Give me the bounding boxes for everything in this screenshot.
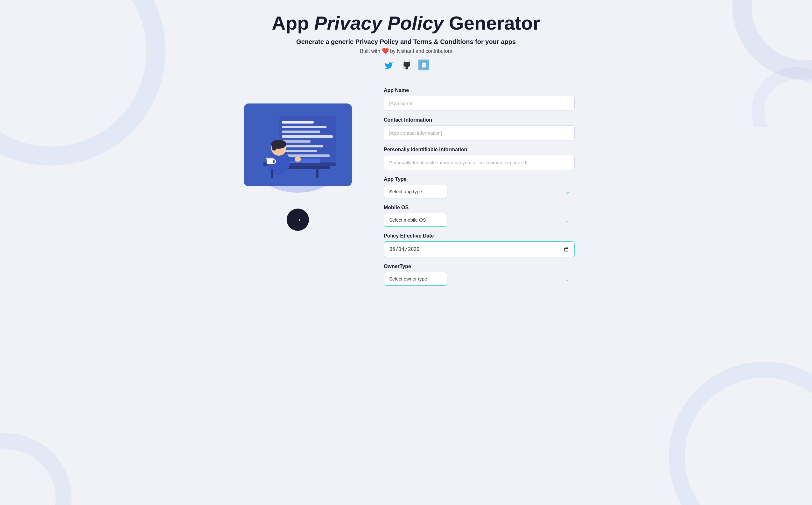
owner-type-group: OwnerType Select owner type Individual C… — [384, 264, 575, 286]
illustration-container — [237, 97, 358, 199]
svg-point-19 — [272, 144, 277, 151]
app-name-input[interactable] — [384, 96, 575, 111]
contact-info-label: Contact Information — [384, 117, 575, 123]
twitter-link[interactable] — [383, 59, 395, 72]
svg-point-0 — [742, 0, 812, 70]
github-link[interactable] — [400, 59, 413, 72]
app-type-select-wrapper: Select app type Web Mobile Desktop ⌄ — [384, 185, 575, 198]
form-section: App Name Contact Information Personally … — [384, 88, 575, 286]
page-header: App Privacy Policy Generator Generate a … — [202, 13, 610, 72]
policy-date-label: Policy Effective Date — [384, 233, 575, 239]
app-type-group: App Type Select app type Web Mobile Desk… — [384, 176, 575, 198]
mobile-os-select[interactable]: Select mobile OS Android iOS Both — [384, 213, 447, 227]
app-type-chevron-down-icon: ⌄ — [565, 188, 570, 195]
subtitle: Generate a generic Privacy Policy and Te… — [202, 38, 610, 45]
svg-rect-22 — [267, 158, 273, 164]
arrow-right-icon: → — [293, 215, 302, 225]
svg-rect-12 — [282, 154, 330, 157]
owner-type-select[interactable]: Select owner type Individual Company Org… — [384, 272, 447, 286]
pii-label: Personally Identifiable Information — [384, 147, 575, 153]
svg-point-1 — [758, 73, 812, 127]
policy-date-group: Policy Effective Date — [384, 233, 575, 257]
mobile-os-select-wrapper: Select mobile OS Android iOS Both ⌄ — [384, 213, 575, 227]
svg-rect-11 — [282, 150, 317, 152]
svg-rect-8 — [282, 135, 333, 138]
app-name-label: App Name — [384, 88, 575, 93]
next-button[interactable]: → — [287, 208, 309, 231]
contact-info-group: Contact Information — [384, 117, 575, 140]
svg-point-2 — [0, 441, 64, 505]
illustration-section: → — [237, 88, 358, 231]
changelog-link[interactable]: 📋 — [419, 59, 429, 70]
svg-rect-25 — [316, 169, 318, 178]
heart-icon: ❤️ — [382, 48, 389, 54]
pii-group: Personally Identifiable Information — [384, 147, 575, 170]
mobile-os-chevron-down-icon: ⌄ — [565, 216, 570, 224]
pii-input[interactable] — [384, 155, 575, 170]
svg-rect-6 — [282, 126, 326, 128]
svg-rect-24 — [271, 169, 273, 178]
illustration-card — [244, 104, 352, 186]
svg-rect-9 — [282, 140, 310, 143]
svg-point-21 — [295, 157, 301, 162]
svg-rect-10 — [282, 145, 323, 147]
social-icons-group: 📋 — [202, 59, 610, 72]
owner-type-label: OwnerType — [384, 264, 575, 270]
owner-type-chevron-down-icon: ⌄ — [565, 275, 570, 283]
owner-type-select-wrapper: Select owner type Individual Company Org… — [384, 272, 575, 286]
page-title: App Privacy Policy Generator — [202, 13, 610, 34]
main-content: → App Name Contact Information Personall… — [202, 88, 610, 286]
mobile-os-label: Mobile OS — [384, 205, 575, 210]
svg-rect-7 — [282, 131, 320, 133]
app-name-group: App Name — [384, 88, 575, 111]
app-type-select[interactable]: Select app type Web Mobile Desktop — [384, 185, 447, 198]
app-type-label: App Type — [384, 176, 575, 182]
svg-rect-5 — [282, 121, 314, 124]
svg-rect-23 — [266, 158, 274, 159]
built-with-text: Built with ❤️ by Nishant and contributor… — [202, 47, 610, 54]
mobile-os-group: Mobile OS Select mobile OS Android iOS B… — [384, 205, 575, 227]
policy-date-input[interactable] — [384, 241, 575, 257]
contact-info-input[interactable] — [384, 126, 575, 140]
